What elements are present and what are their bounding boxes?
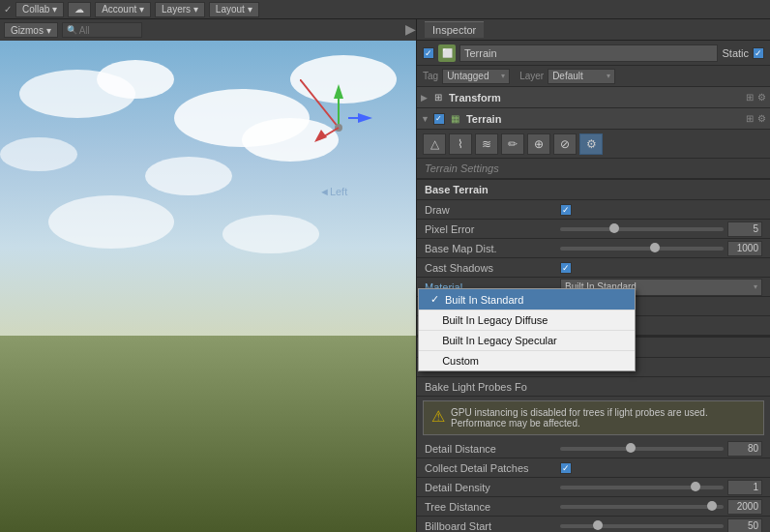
cloud xyxy=(48,195,174,249)
unselected-space2 xyxy=(430,335,436,346)
detail-distance-row: Detail Distance xyxy=(417,439,770,458)
pixel-error-row: Pixel Error xyxy=(417,220,770,239)
cloud-button[interactable]: ☁ xyxy=(68,2,91,17)
terrain-btn-paint-texture[interactable]: ✏ xyxy=(501,133,524,155)
tree-distance-thumb[interactable] xyxy=(707,501,717,511)
tree-distance-input[interactable] xyxy=(727,499,762,515)
tag-dropdown[interactable]: Untagged ▾ xyxy=(442,69,510,84)
layer-label: Layer xyxy=(519,71,544,81)
cloud xyxy=(0,137,77,171)
gpu-warning: ⚠ GPU instancing is disabled for trees i… xyxy=(423,400,764,435)
static-label: Static xyxy=(722,47,749,59)
terrain-btn-settings[interactable]: ⚙ xyxy=(579,133,603,155)
basemap-slider[interactable] xyxy=(560,247,724,251)
detail-distance-thumb[interactable] xyxy=(626,443,636,453)
basemap-thumb[interactable] xyxy=(650,243,660,252)
basemap-dist-row: Base Map Dist. xyxy=(417,239,770,258)
check-icon: ✓ xyxy=(4,4,12,15)
basemap-dist-value xyxy=(560,241,762,256)
terrain-settings-icon[interactable]: ⊞ xyxy=(746,113,754,124)
terrain-section-header[interactable]: ▼ ✓ ▦ Terrain ⊞ ⚙ xyxy=(417,108,770,130)
layer-dropdown-arrow: ▾ xyxy=(607,72,610,80)
cloud xyxy=(97,60,174,99)
tree-distance-slider[interactable] xyxy=(560,505,724,509)
inspector-tab[interactable]: Inspector xyxy=(425,21,484,38)
billboard-thumb[interactable] xyxy=(593,520,603,530)
material-dropdown-arrow: ▾ xyxy=(754,282,757,291)
detail-density-value xyxy=(560,480,762,495)
pixel-error-slider[interactable] xyxy=(560,227,724,231)
ground-bg xyxy=(0,336,416,532)
dropdown-option-builtin-standard[interactable]: ✓ Built In Standard xyxy=(419,289,635,310)
search-box: 🔍 xyxy=(62,22,142,38)
cloud-icon: ☁ xyxy=(74,4,84,15)
collect-detail-label: Collect Detail Patches xyxy=(425,462,560,474)
pixel-error-thumb[interactable] xyxy=(609,223,619,233)
warning-icon: ⚠ xyxy=(431,407,445,426)
scene-view[interactable]: ◄Left xyxy=(0,41,416,532)
dropdown-option-custom[interactable]: Custom xyxy=(419,351,635,370)
draw-row: Draw ✓ xyxy=(417,200,770,220)
search-icon: 🔍 xyxy=(67,25,77,35)
dropdown-option-legacy-diffuse[interactable]: Built In Legacy Diffuse xyxy=(419,310,635,331)
billboard-start-input[interactable] xyxy=(727,518,762,533)
cast-shadows-checkbox[interactable]: ✓ xyxy=(560,262,572,274)
unselected-space3 xyxy=(430,355,436,367)
svg-marker-2 xyxy=(358,113,372,123)
transform-collapse-arrow: ▶ xyxy=(421,93,428,103)
detail-density-label: Detail Density xyxy=(425,482,560,493)
layers-button[interactable]: Layers ▾ xyxy=(155,2,205,17)
cast-shadows-value: ✓ xyxy=(560,262,762,274)
transform-section-header[interactable]: ▶ ⊞ Transform ⊞ ⚙ xyxy=(417,87,770,108)
account-button[interactable]: Account ▾ xyxy=(95,2,151,17)
active-toggle[interactable]: ✓ xyxy=(423,47,434,59)
detail-density-thumb[interactable] xyxy=(691,482,700,491)
static-checkbox[interactable]: ✓ xyxy=(753,47,764,59)
detail-distance-input[interactable] xyxy=(727,441,762,457)
layer-dropdown[interactable]: Default ▾ xyxy=(548,69,615,84)
terrain-btn-paint-height[interactable]: ⌇ xyxy=(449,133,472,155)
terrain-collapse-arrow: ▼ xyxy=(421,114,429,124)
pixel-error-input[interactable] xyxy=(727,222,762,237)
terrain-active-checkbox[interactable]: ✓ xyxy=(433,113,445,125)
collab-button[interactable]: Collab ▾ xyxy=(15,2,64,17)
detail-density-input[interactable] xyxy=(727,480,762,495)
search-input[interactable] xyxy=(79,25,137,36)
detail-density-slider[interactable] xyxy=(560,486,724,489)
scene-gizmo[interactable] xyxy=(300,79,377,157)
selected-checkmark: ✓ xyxy=(430,293,439,306)
gizmos-button[interactable]: Gizmos ▾ xyxy=(4,22,58,38)
collect-detail-checkbox[interactable]: ✓ xyxy=(560,462,572,474)
billboard-slider[interactable] xyxy=(560,524,724,528)
layout-button[interactable]: Layout ▾ xyxy=(209,2,259,17)
scene-toolbar: Gizmos ▾ 🔍 ▶ xyxy=(0,19,416,41)
basemap-dist-label: Base Map Dist. xyxy=(425,243,560,254)
dropdown-option-legacy-specular[interactable]: Built In Legacy Specular xyxy=(419,331,635,351)
tree-distance-value xyxy=(560,499,762,515)
detail-distance-slider[interactable] xyxy=(560,447,724,451)
draw-checkbox[interactable]: ✓ xyxy=(560,204,572,216)
transform-settings-icon[interactable]: ⊞ xyxy=(746,92,754,103)
cast-shadows-row: Cast Shadows ✓ xyxy=(417,258,770,278)
svg-marker-0 xyxy=(334,84,343,99)
terrain-btn-trees[interactable]: ⊕ xyxy=(527,133,550,155)
terrain-btn-detail[interactable]: ⊘ xyxy=(553,133,577,155)
terrain-gear-icon[interactable]: ⚙ xyxy=(757,113,766,124)
inspector-tab-bar: Inspector xyxy=(417,19,770,41)
billboard-start-row: Billboard Start xyxy=(417,517,770,532)
main-layout: Gizmos ▾ 🔍 ▶ xyxy=(0,19,770,532)
terrain-btn-raise[interactable]: △ xyxy=(423,133,446,155)
cloud xyxy=(145,157,232,195)
basemap-dist-input[interactable] xyxy=(727,241,762,256)
terrain-settings-label: Terrain Settings xyxy=(417,159,770,178)
object-name-input[interactable] xyxy=(459,44,718,62)
panel-collapse-arrow[interactable]: ▶ xyxy=(405,21,416,37)
draw-value: ✓ xyxy=(560,204,762,216)
collect-detail-value: ✓ xyxy=(560,462,762,474)
material-dropdown-popup[interactable]: ✓ Built In Standard Built In Legacy Diff… xyxy=(418,288,636,371)
transform-gear-icon[interactable]: ⚙ xyxy=(757,92,766,103)
tag-dropdown-arrow: ▾ xyxy=(501,72,505,80)
top-bar: ✓ Collab ▾ ☁ Account ▾ Layers ▾ Layout ▾ xyxy=(0,0,770,19)
terrain-btn-smooth[interactable]: ≋ xyxy=(475,133,498,155)
gpu-warning-text: GPU instancing is disabled for trees if … xyxy=(451,407,755,429)
